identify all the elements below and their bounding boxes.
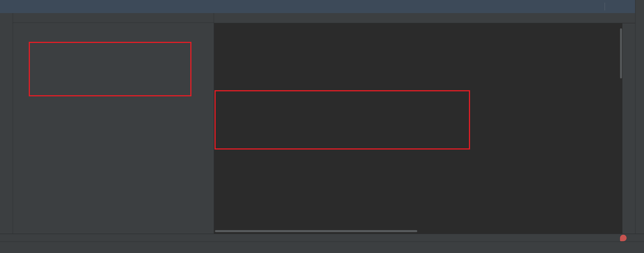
right-tool-window-stripe: [635, 0, 644, 234]
titlebar-actions: [592, 0, 631, 13]
horizontal-scrollbar[interactable]: [215, 230, 417, 232]
annotation-rect-log: [214, 90, 470, 150]
console-tab-row: [214, 13, 635, 23]
target-icon[interactable]: [592, 3, 599, 10]
divider: [604, 2, 605, 10]
notification-badge: [620, 235, 626, 241]
ide-window: [0, 0, 644, 253]
event-log-button[interactable]: [620, 234, 629, 242]
tree-toolbar: [13, 13, 214, 23]
services-titlebar: [0, 0, 635, 13]
annotation-rect-tree: [29, 42, 192, 96]
vertical-scrollbar[interactable]: [620, 28, 622, 78]
tool-window-bar: [0, 234, 644, 242]
gear-icon[interactable]: [611, 3, 618, 10]
layout-caret-icon[interactable]: [625, 14, 632, 22]
console-right-toolbar: [623, 23, 635, 234]
run-debug-toolbar: [0, 13, 13, 234]
tool-window-buttons: [0, 234, 6, 242]
status-bar: [0, 242, 644, 253]
minimize-icon[interactable]: [624, 3, 631, 10]
